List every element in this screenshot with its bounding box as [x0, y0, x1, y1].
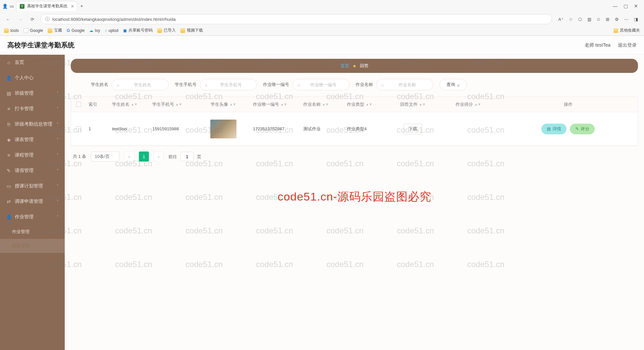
sort-icon[interactable]: ▲▼ — [175, 103, 182, 105]
student-phone-input[interactable] — [210, 82, 252, 87]
th-score: 作业得分▲▼ — [438, 101, 498, 107]
close-window-icon[interactable]: ✕ — [634, 3, 638, 9]
browser-tab[interactable]: V 高校学生课堂考勤系统 ✕ — [16, 1, 77, 11]
bookmark-video[interactable]: 视频下载 — [180, 28, 203, 33]
sidebar-toggle-icon[interactable]: ◨ — [634, 17, 638, 22]
prev-page-button[interactable]: ‹ — [124, 151, 134, 162]
app-icon[interactable]: ⚙ — [615, 17, 619, 22]
search-icon: ⌕ — [205, 82, 208, 87]
bookmark-imported[interactable]: 已导入 — [157, 28, 176, 33]
select-all-checkbox[interactable] — [76, 102, 81, 107]
refresh-button[interactable]: ⟳ — [28, 15, 36, 23]
sidebar-item-plan[interactable]: ▭授课计划管理˅ — [0, 178, 65, 194]
favorite-icon[interactable]: ☆ — [569, 17, 573, 22]
hw-name-input[interactable] — [386, 82, 428, 87]
search-button-label: 查询 — [446, 82, 455, 88]
bookmark-google[interactable]: Google — [23, 28, 43, 33]
tabs-icon[interactable]: ▭ — [9, 4, 14, 8]
new-tab-button[interactable]: ＋ — [79, 4, 84, 8]
logout-link[interactable]: 退出登录 — [618, 42, 637, 48]
favorites-bar-icon[interactable]: ✩ — [597, 17, 600, 22]
chevron-down-icon: ˅ — [57, 107, 59, 111]
sidebar-item-class[interactable]: ▤班级管理˅ — [0, 86, 65, 101]
profile-icon[interactable]: 👤 — [3, 4, 7, 8]
sidebar-item-homework[interactable]: 👤作业管理˄ — [0, 209, 65, 225]
home-icon: ⌂ — [6, 60, 11, 65]
sort-icon[interactable]: ▲▼ — [366, 103, 372, 105]
bookmark-google2[interactable]: GGoogle — [67, 28, 85, 33]
hw-no-input[interactable] — [302, 82, 344, 87]
app-title: 高校学生课堂考勤系统 — [7, 41, 74, 50]
sort-icon[interactable]: ▲▼ — [322, 103, 329, 105]
bookmark-other[interactable]: 其他收藏夹 — [613, 28, 640, 33]
rect-icon: ▭ — [6, 183, 11, 189]
row-checkbox[interactable] — [76, 126, 81, 131]
sort-icon[interactable]: ▲▼ — [229, 103, 236, 105]
collections-icon[interactable]: ▥ — [587, 17, 591, 22]
page-size-select[interactable]: 10条/页 ˅ — [91, 151, 119, 162]
sidebar-item-home[interactable]: ⌂首页 — [0, 55, 65, 70]
sidebar-item-attendance[interactable]: ⎘班级考勤信息管理˅ — [0, 117, 65, 132]
sidebar-sub-answer[interactable]: 回答管理 — [0, 239, 65, 253]
student-name-input[interactable] — [121, 82, 164, 87]
page-jump-input[interactable] — [180, 152, 194, 161]
sidebar-label: 请假管理 — [15, 168, 34, 174]
back-button[interactable]: ← — [4, 15, 12, 23]
search-icon: ⌕ — [381, 82, 384, 87]
sidebar-sub-homework[interactable]: 作业管理 — [0, 225, 65, 239]
user-label[interactable]: 老师 testTea — [585, 42, 610, 48]
bookmark-baozang[interactable]: 宝藏 — [48, 28, 62, 33]
forward-button[interactable]: → — [16, 15, 24, 23]
extensions-icon[interactable]: ⬡ — [578, 17, 582, 22]
sidebar-item-leave[interactable]: ✎请假管理˅ — [0, 163, 65, 178]
sort-icon[interactable]: ▲▼ — [131, 103, 138, 105]
pagination: 共 1 条 10条/页 ˅ ‹ 1 › 前往 页 — [71, 146, 638, 167]
sidebar-item-schedule[interactable]: ◈课表管理˅ — [0, 132, 65, 147]
sidebar-label: 班级考勤信息管理 — [15, 121, 52, 127]
star-icon: ★ — [353, 63, 357, 69]
data-table: 索引 学生姓名▲▼ 学生手机号▲▼ 学生头像▲▼ 作业唯一编号▲▼ 作业名称▲▼… — [71, 96, 638, 146]
score-button[interactable]: ✎评分 — [570, 124, 595, 134]
sort-icon[interactable]: ▲▼ — [419, 103, 426, 105]
search-button[interactable]: 查询⌕ — [439, 79, 467, 90]
minimize-icon[interactable]: — — [613, 3, 618, 9]
sort-icon[interactable]: ▲▼ — [280, 103, 287, 105]
page-number-button[interactable]: 1 — [139, 151, 149, 162]
chevron-down-icon: ˅ — [57, 169, 59, 173]
sidebar-label: 打卡管理 — [15, 106, 34, 112]
th-hwname: 作业名称▲▼ — [301, 101, 344, 107]
breadcrumb-bar: 首页 ★ 回答 — [71, 59, 638, 73]
list-icon: ≡ — [6, 152, 11, 158]
sidebar-item-adjust[interactable]: ⇄调课申请管理˅ — [0, 194, 65, 209]
downloads-icon[interactable]: ⊞ — [606, 17, 609, 22]
table-row: 1 testSno 15915915988 1723513752947 测试作业… — [71, 112, 638, 146]
bookmark-txy[interactable]: ☁txy — [89, 28, 100, 33]
avatar-image — [210, 120, 236, 138]
watermark-big: code51.cn-源码乐园盗图必究 — [277, 189, 431, 205]
bookmark-share[interactable]: ▣共享账号密码 — [123, 28, 153, 33]
bookmark-uplod[interactable]: ↕uplod — [105, 28, 118, 33]
sort-icon[interactable]: ▲▼ — [474, 103, 481, 105]
read-aloud-icon[interactable]: A⁺ — [558, 17, 564, 22]
sidebar-item-profile[interactable]: 👤个人中心 — [0, 70, 65, 86]
url-input[interactable]: ⓘ localhost:8080/ketangkaoqinxitong/admi… — [40, 14, 552, 24]
breadcrumb-home[interactable]: 首页 — [340, 63, 349, 69]
bookmark-tools[interactable]: tools — [4, 28, 19, 33]
filter-label: 学生手机号 — [175, 82, 197, 88]
next-page-button[interactable]: › — [154, 151, 164, 162]
swap-icon: ⇄ — [6, 199, 11, 204]
maximize-icon[interactable]: ▢ — [624, 3, 628, 9]
detail-button[interactable]: ▤详情 — [541, 124, 567, 134]
chevron-up-icon: ˄ — [57, 215, 59, 219]
filter-hw-name: 作业名称 ⌕ — [356, 79, 433, 90]
download-button[interactable]: 下载 — [404, 124, 422, 134]
sidebar-label: 授课计划管理 — [15, 183, 43, 189]
sidebar-item-checkin[interactable]: ≡打卡管理˅ — [0, 101, 65, 117]
tab-close-icon[interactable]: ✕ — [71, 4, 74, 9]
search-icon: ⌕ — [457, 82, 460, 87]
more-icon[interactable]: ⋯ — [624, 17, 629, 22]
app-header: 高校学生课堂考勤系统 老师 testTea 退出登录 — [0, 36, 644, 55]
tab-title: 高校学生课堂考勤系统 — [27, 3, 67, 9]
sidebar-item-course[interactable]: ≡课程管理˅ — [0, 147, 65, 163]
breadcrumb-current: 回答 — [360, 63, 369, 69]
